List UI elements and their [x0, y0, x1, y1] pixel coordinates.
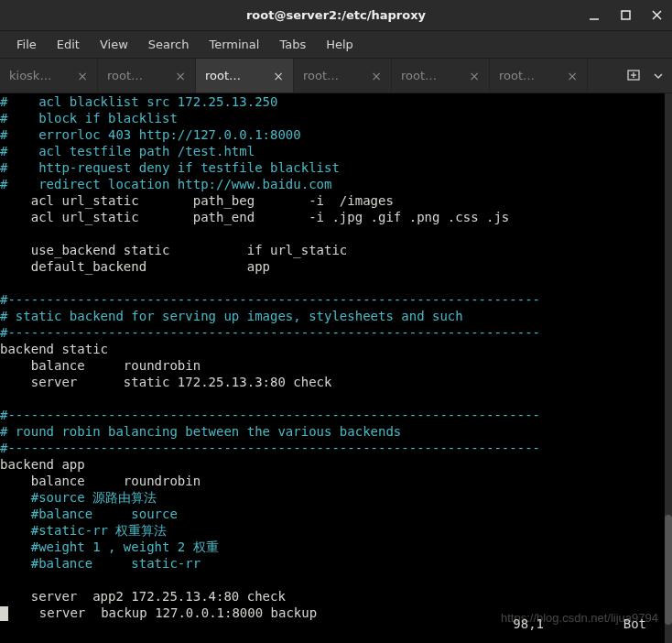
new-tab-icon[interactable] — [626, 67, 641, 84]
terminal-line: #weight 1 , weight 2 权重 — [0, 539, 663, 555]
terminal-line: balance roundrobin — [0, 473, 663, 489]
menu-file[interactable]: File — [7, 34, 46, 55]
close-icon[interactable]: × — [169, 69, 186, 83]
terminal-line: #---------------------------------------… — [0, 407, 663, 423]
svg-rect-1 — [622, 11, 630, 19]
terminal-line: backend app — [0, 456, 663, 473]
window-title: root@server2:/etc/haproxy — [246, 8, 426, 22]
terminal-line: # acl blacklist src 172.25.13.250 — [0, 93, 663, 110]
menu-view[interactable]: View — [91, 34, 137, 55]
terminal-line: balance roundrobin — [0, 357, 663, 374]
terminal-line: # acl testfile path /test.html — [0, 143, 663, 159]
terminal-line: server static 172.25.13.3:80 check — [0, 374, 663, 390]
terminal-line: acl url_static path_end -i .jpg .gif .pn… — [0, 209, 663, 225]
tab-0[interactable]: kiosk…× — [0, 59, 98, 93]
minimize-button[interactable] — [586, 7, 602, 24]
maximize-button[interactable] — [617, 7, 634, 24]
menu-tabs[interactable]: Tabs — [270, 34, 315, 55]
tab-label: root… — [303, 69, 339, 82]
terminal-line: #static-rr 权重算法 — [0, 522, 663, 539]
menu-search[interactable]: Search — [139, 34, 199, 55]
close-button[interactable] — [648, 7, 665, 24]
terminal-line: # round robin balancing between the vari… — [0, 423, 663, 440]
terminal-line: use_backend static if url_static — [0, 242, 663, 258]
tab-label: root… — [107, 69, 143, 82]
tab-dropdown-icon[interactable] — [654, 69, 663, 83]
scrollbar-thumb[interactable] — [665, 515, 672, 625]
tabbar: kiosk…×root…×root…×root…×root…×root…× — [0, 59, 672, 93]
terminal-area[interactable]: # acl blacklist src 172.25.13.250# block… — [0, 93, 672, 643]
tab-label: root… — [205, 69, 241, 82]
tab-1[interactable]: root…× — [98, 59, 196, 93]
terminal-line — [0, 572, 663, 588]
terminal-line: # static backend for serving up images, … — [0, 308, 663, 324]
window-controls — [586, 7, 665, 24]
menu-help[interactable]: Help — [317, 34, 363, 55]
terminal-line: #---------------------------------------… — [0, 291, 663, 308]
close-icon[interactable]: × — [365, 69, 382, 83]
cursor — [0, 606, 8, 621]
tab-3[interactable]: root…× — [294, 59, 392, 93]
watermark: https://blog.csdn.net/lijua9794 — [501, 610, 658, 627]
terminal-line — [0, 225, 663, 242]
close-icon[interactable]: × — [71, 69, 88, 83]
terminal-line: #balance static-rr — [0, 555, 663, 572]
tab-label: root… — [401, 69, 437, 82]
terminal-line: # redirect location http://www.baidu.com — [0, 176, 663, 192]
close-icon[interactable]: × — [463, 69, 480, 83]
menu-edit[interactable]: Edit — [48, 34, 89, 55]
close-icon[interactable]: × — [267, 69, 284, 83]
terminal-line: backend static — [0, 341, 663, 357]
terminal-line: #source 源路由算法 — [0, 489, 663, 506]
terminal-line: #balance source — [0, 506, 663, 522]
menubar: File Edit View Search Terminal Tabs Help — [0, 31, 672, 59]
terminal-line — [0, 390, 663, 407]
tab-5[interactable]: root…× — [490, 59, 588, 93]
terminal-line: default_backend app — [0, 258, 663, 275]
terminal-line: # block if blacklist — [0, 110, 663, 126]
tab-label: kiosk… — [9, 69, 51, 82]
terminal-line: #---------------------------------------… — [0, 324, 663, 341]
close-icon[interactable]: × — [561, 69, 578, 83]
terminal-content[interactable]: # acl blacklist src 172.25.13.250# block… — [0, 93, 663, 621]
tab-4[interactable]: root…× — [392, 59, 490, 93]
titlebar: root@server2:/etc/haproxy — [0, 0, 672, 31]
terminal-line: # http-request deny if testfile blacklis… — [0, 159, 663, 176]
terminal-line: # errorloc 403 http://127.0.0.1:8000 — [0, 126, 663, 143]
menu-terminal[interactable]: Terminal — [200, 34, 268, 55]
tab-2[interactable]: root…× — [196, 59, 294, 93]
terminal-line — [0, 275, 663, 291]
tabbar-actions — [617, 59, 672, 93]
tab-label: root… — [499, 69, 535, 82]
terminal-line: server app2 172.25.13.4:80 check — [0, 588, 663, 605]
terminal-line: #---------------------------------------… — [0, 440, 663, 456]
scrollbar[interactable] — [665, 93, 672, 643]
terminal-line: acl url_static path_beg -i /images — [0, 192, 663, 209]
